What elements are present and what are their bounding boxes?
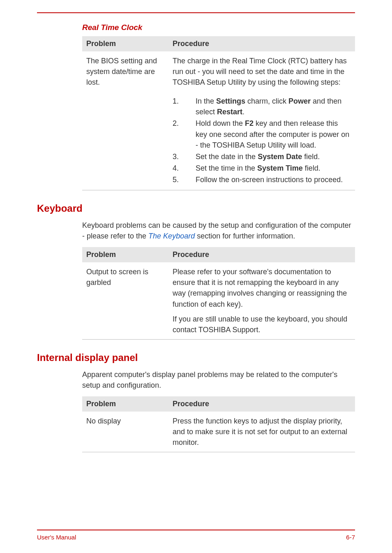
table-row: The BIOS setting and system date/time ar… [82,51,355,92]
step-number: 5. [173,174,189,185]
step-text: Follow the on-screen instructions to pro… [196,176,343,184]
t: Hold down the [196,119,245,127]
table-row: No display Press the function keys to ad… [82,412,355,452]
keyboard-table: Problem Procedure Output to screen is ga… [82,247,355,340]
keyboard-intro: Keyboard problems can be caused by the s… [82,220,355,241]
col-header-procedure: Procedure [168,396,355,412]
display-heading: Internal display panel [37,352,355,363]
step-text: Set the date in the System Date field. [196,153,320,161]
display-table: Problem Procedure No display Press the f… [82,396,355,452]
step-text: In the Settings charm, click Power and t… [196,97,341,116]
keyboard-link[interactable]: The Keyboard [148,232,195,240]
rtc-procedure-intro: The charge in the Real Time Clock (RTC) … [168,51,355,92]
t: In the [196,97,216,105]
t: Set the time in the [196,164,257,172]
footer-left: User's Manual [37,534,76,541]
table-row: Output to screen is garbled Please refer… [82,262,355,339]
list-item: 5. Follow the on-screen instructions to … [184,174,351,185]
top-rule [37,12,355,13]
list-item: 1. In the Settings charm, click Power an… [184,96,351,117]
rtc-problem-cell: The BIOS setting and system date/time ar… [82,51,168,92]
display-table-head: Problem Procedure [82,396,355,412]
step-number: 4. [173,163,189,174]
col-header-procedure: Procedure [168,247,355,262]
keyboard-procedure-cell: Please refer to your software's document… [168,262,355,339]
t: field. [303,164,321,172]
t: Power [288,97,311,105]
proc-text: If you are still unable to use the keybo… [173,314,351,335]
display-intro: Apparent computer's display panel proble… [82,369,355,391]
keyboard-heading: Keyboard [37,203,355,214]
step-text: Set the time in the System Time field. [196,164,321,172]
col-header-procedure: Procedure [168,36,355,51]
rtc-table-head: Problem Procedure [82,36,355,51]
t: charm, click [245,97,288,105]
t: . [242,108,244,116]
display-problem-cell: No display [82,412,168,452]
rtc-heading: Real Time Clock [82,23,355,32]
col-header-problem: Problem [82,36,168,51]
list-item: 4. Set the time in the System Time field… [184,163,351,174]
display-procedure-cell: Press the function keys to adjust the di… [168,412,355,452]
t: field. [302,153,320,161]
step-number: 1. [173,96,189,106]
table-row: 1. In the Settings charm, click Power an… [82,92,355,190]
t: System Date [258,153,302,161]
t: section for further information. [195,232,295,240]
t: System Time [257,164,303,172]
step-number: 3. [173,151,189,162]
proc-text: Press the function keys to adjust the di… [173,416,351,448]
list-item: 2. Hold down the F2 key and then release… [184,118,351,150]
t: F2 [245,119,254,127]
rtc-procedure-steps: 1. In the Settings charm, click Power an… [168,92,355,190]
page-footer: User's Manual 6-7 [37,530,355,541]
footer-right: 6-7 [346,534,355,541]
col-header-problem: Problem [82,396,168,412]
proc-text: Please refer to your software's document… [173,266,351,309]
empty-cell [82,92,168,190]
step-number: 2. [173,118,189,129]
step-text: Hold down the F2 key and then release th… [196,119,349,149]
t: Set the date in the [196,153,258,161]
t: Restart [217,108,242,116]
keyboard-problem-cell: Output to screen is garbled [82,262,168,339]
col-header-problem: Problem [82,247,168,262]
t: Settings [216,97,245,105]
keyboard-table-head: Problem Procedure [82,247,355,262]
list-item: 3. Set the date in the System Date field… [184,151,351,162]
rtc-table: Problem Procedure The BIOS setting and s… [82,36,355,190]
